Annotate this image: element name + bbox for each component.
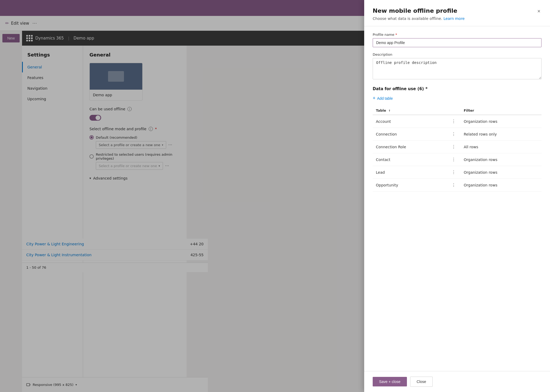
table-row: Opportunity ⋮ Organization rows	[373, 179, 542, 191]
modal-footer: Save + close Close	[364, 371, 550, 392]
profile-name-label-text: Profile name	[373, 33, 394, 37]
row-menu-button-5[interactable]: ⋮	[450, 182, 457, 188]
table-cell-menu-2: ⋮	[447, 141, 461, 153]
table-col-header-table: Table ↑	[373, 106, 447, 115]
modal-header: New mobile offline profile × Choose what…	[364, 0, 550, 26]
modal-close-button[interactable]: ×	[536, 7, 542, 15]
add-table-label: Add table	[377, 96, 393, 101]
modal-subtitle-text: Choose what data is available offline.	[373, 16, 442, 21]
description-textarea[interactable]: Offline profile description	[373, 58, 542, 79]
save-close-button[interactable]: Save + close	[373, 377, 407, 386]
row-menu-button-1[interactable]: ⋮	[450, 131, 457, 137]
table-cell-filter-3: Organization rows	[461, 153, 542, 166]
offline-data-required: *	[426, 86, 428, 91]
offline-data-table: Table ↑ Filter Account ⋮ Organization ro…	[373, 106, 542, 191]
table-header-row: Table ↑ Filter	[373, 106, 542, 115]
table-cell-filter-1: Related rows only	[461, 128, 542, 141]
table-cell-name-4: Lead	[373, 166, 447, 179]
table-row: Contact ⋮ Organization rows	[373, 153, 542, 166]
table-col-header-menu	[447, 106, 461, 115]
table-cell-name-3: Contact	[373, 153, 447, 166]
close-button[interactable]: Close	[410, 377, 433, 387]
row-menu-button-2[interactable]: ⋮	[450, 144, 457, 150]
modal-subtitle: Choose what data is available offline. L…	[373, 16, 542, 21]
modal-title: New mobile offline profile	[373, 7, 457, 14]
modal-title-row: New mobile offline profile ×	[373, 7, 542, 15]
table-row: Connection ⋮ Related rows only	[373, 128, 542, 141]
modal-body: Profile name * Description Offline profi…	[364, 26, 550, 371]
table-cell-menu-4: ⋮	[447, 166, 461, 179]
row-menu-button-4[interactable]: ⋮	[450, 169, 457, 175]
profile-name-label: Profile name *	[373, 33, 542, 37]
table-cell-name-2: Connection Role	[373, 141, 447, 153]
table-row: Account ⋮ Organization rows	[373, 115, 542, 128]
table-cell-filter-0: Organization rows	[461, 115, 542, 128]
table-cell-filter-2: All rows	[461, 141, 542, 153]
table-cell-filter-4: Organization rows	[461, 166, 542, 179]
table-cell-filter-5: Organization rows	[461, 179, 542, 191]
table-cell-menu-1: ⋮	[447, 128, 461, 141]
table-col-header-filter: Filter	[461, 106, 542, 115]
offline-table-body: Account ⋮ Organization rows Connection ⋮…	[373, 115, 542, 191]
learn-more-link[interactable]: Learn more	[444, 16, 465, 21]
row-menu-button-0[interactable]: ⋮	[450, 118, 457, 124]
offline-data-section-title: Data for offline use (6) *	[373, 86, 542, 91]
sort-arrow-icon[interactable]: ↑	[388, 109, 390, 112]
profile-name-input[interactable]	[373, 38, 542, 47]
table-row: Lead ⋮ Organization rows	[373, 166, 542, 179]
add-icon: +	[373, 95, 376, 101]
table-cell-name-0: Account	[373, 115, 447, 128]
offline-data-label: Data for offline use	[373, 86, 416, 91]
table-row: Connection Role ⋮ All rows	[373, 141, 542, 153]
row-menu-button-3[interactable]: ⋮	[450, 156, 457, 163]
description-label: Description	[373, 53, 542, 56]
offline-data-count: (6)	[418, 86, 424, 91]
add-table-button[interactable]: + Add table	[373, 95, 393, 101]
table-cell-menu-0: ⋮	[447, 115, 461, 128]
table-cell-menu-5: ⋮	[447, 179, 461, 191]
modal-panel: New mobile offline profile × Choose what…	[364, 0, 550, 392]
profile-name-required-star: *	[396, 33, 397, 37]
table-col-label: Table	[376, 108, 386, 112]
table-cell-name-1: Connection	[373, 128, 447, 141]
table-cell-name-5: Opportunity	[373, 179, 447, 191]
table-cell-menu-3: ⋮	[447, 153, 461, 166]
